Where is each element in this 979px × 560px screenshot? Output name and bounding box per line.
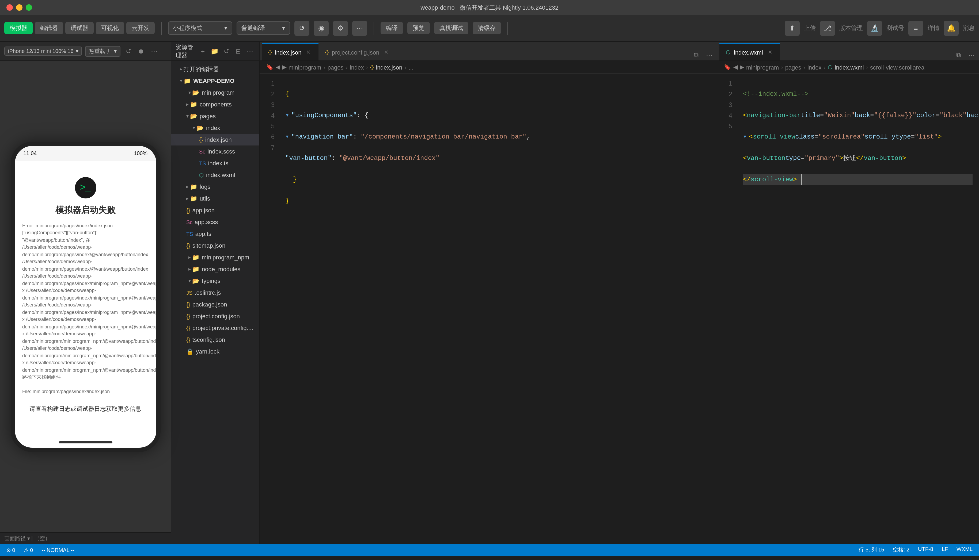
file-package-json[interactable]: {} package.json: [171, 298, 259, 310]
folder-components[interactable]: ▸ 📁 components: [171, 98, 259, 110]
file-app-scss[interactable]: Sc app.scss: [171, 216, 259, 228]
close-index-wxml[interactable]: ✕: [766, 48, 774, 56]
refresh-btn[interactable]: ↺: [294, 21, 309, 35]
file-project-private[interactable]: {} project.private.config....: [171, 322, 259, 334]
phone-status-bar: 11:04 100%: [15, 146, 156, 161]
phone-battery: 100%: [134, 150, 147, 156]
debugger-btn[interactable]: 调试器: [65, 22, 94, 34]
upload-btn[interactable]: ⬆: [785, 21, 800, 35]
file-index-scss[interactable]: Sc index.scss: [171, 145, 259, 157]
right-line-numbers: 1 2 3 4 5: [717, 74, 737, 544]
test-btn[interactable]: 🔬: [867, 21, 882, 35]
file-app-ts[interactable]: TS app.ts: [171, 228, 259, 240]
error-count: ⊗ 0: [7, 547, 15, 553]
separator-2: [374, 22, 374, 35]
folder-miniprogram-npm[interactable]: ▸ 📁 miniprogram_npm: [171, 252, 259, 263]
more-explorer-btn[interactable]: ⋯: [245, 46, 255, 56]
language: WXML: [957, 546, 972, 553]
left-code-content[interactable]: { ▾"usingComponents": { ▾ "navigation-ba…: [279, 74, 717, 544]
preview-btn[interactable]: 预览: [407, 22, 430, 34]
close-index-json[interactable]: ✕: [304, 48, 312, 56]
version-label: 版本管理: [839, 24, 863, 32]
explorer-header: 资源管理器 + 📁 ↺ ⊟ ⋯: [171, 42, 259, 61]
file-index-ts[interactable]: TS index.ts: [171, 157, 259, 169]
right-split-btn[interactable]: ⧉: [953, 50, 964, 60]
right-code-content[interactable]: <!--index.wxml--> <navigation-bar title=…: [737, 74, 979, 544]
right-editor-tabs: ⬡ index.wxml ✕ ⧉ ⋯: [717, 42, 979, 61]
refresh-explorer-btn[interactable]: ↺: [222, 46, 231, 56]
phone-error-body: Error: miniprogram/pages/index/index.jso…: [15, 222, 156, 395]
message-btn[interactable]: 🔔: [944, 21, 959, 35]
path-label: 画面路径 ▾ | （空）: [4, 535, 50, 542]
simulator-toolbar: iPhone 12/13 mini 100% 16 ▾ 热重载 开 ▾ ↺ ⏺ …: [0, 42, 171, 61]
device-dropdown[interactable]: iPhone 12/13 mini 100% 16 ▾: [4, 47, 82, 56]
real-machine-btn[interactable]: 真机调试: [434, 22, 468, 34]
file-index-wxml[interactable]: ⬡ index.wxml: [171, 169, 259, 181]
folder-pages[interactable]: ▾ 📂 pages: [171, 110, 259, 122]
version-btn[interactable]: ⎇: [820, 21, 835, 35]
file-tsconfig[interactable]: {} tsconfig.json: [171, 334, 259, 345]
status-bar: ⊗ 0 ⚠ 0 -- NORMAL -- 行 5, 列 15 空格: 2 UTF…: [0, 544, 979, 556]
sim-refresh-btn[interactable]: ↺: [124, 46, 133, 56]
new-folder-btn[interactable]: 📁: [210, 46, 219, 56]
detail-label: 详情: [927, 24, 939, 32]
folder-miniprogram[interactable]: ▾ 📂 miniprogram: [171, 87, 259, 98]
folder-index[interactable]: ▾ 📂 index: [171, 122, 259, 134]
tab-project-config[interactable]: {} project.config.json ✕: [319, 43, 396, 60]
compile-dropdown[interactable]: 普通编译 ▾: [237, 22, 290, 35]
file-app-json[interactable]: {} app.json: [171, 204, 259, 216]
file-index-json[interactable]: {} index.json: [171, 134, 259, 145]
file-project-config[interactable]: {} project.config.json: [171, 310, 259, 322]
folder-typings[interactable]: ▾ 📂 typings: [171, 275, 259, 287]
indent-spaces: 空格: 2: [893, 546, 909, 553]
phone-error-title: 模拟器启动失败: [15, 205, 156, 216]
more-btn[interactable]: ⋯: [352, 21, 367, 35]
file-yarn-lock[interactable]: 🔒 yarn.lock: [171, 345, 259, 357]
collapse-all-btn[interactable]: ⊟: [233, 46, 243, 56]
message-label: 消息: [963, 24, 975, 32]
settings-btn[interactable]: ⚙: [333, 21, 348, 35]
folder-utils[interactable]: ▸ 📁 utils: [171, 193, 259, 204]
simulator-btn[interactable]: 模拟器: [4, 22, 33, 34]
opened-editors-section[interactable]: ▸ 打开的编辑器: [171, 63, 259, 75]
main-layout: iPhone 12/13 mini 100% 16 ▾ 热重载 开 ▾ ↺ ⏺ …: [0, 42, 979, 544]
close-button[interactable]: [7, 4, 13, 11]
mini-mode-dropdown[interactable]: 小程序模式 ▾: [168, 22, 232, 35]
right-code-editor[interactable]: 1 2 3 4 5 <!--index.wxml--> <navigation-…: [717, 74, 979, 544]
preview-circle-btn[interactable]: ◉: [314, 21, 329, 35]
more-editor-btn[interactable]: ⋯: [704, 50, 715, 60]
bc-bookmark-icon: 🔖: [266, 63, 274, 71]
new-file-btn[interactable]: +: [198, 46, 208, 56]
right-more-btn[interactable]: ⋯: [966, 50, 977, 60]
clear-cache-btn[interactable]: 清缓存: [473, 22, 501, 34]
file-eslintrc[interactable]: JS .eslintrc.js: [171, 287, 259, 298]
sim-record-btn[interactable]: ⏺: [137, 46, 146, 56]
phone-terminal-icon: >_: [75, 177, 96, 198]
close-project-config[interactable]: ✕: [383, 48, 390, 56]
hotreload-dropdown[interactable]: 热重载 开 ▾: [85, 46, 121, 57]
left-line-numbers: 1 2 3 4 5 6 7: [260, 74, 279, 544]
visualize-btn[interactable]: 可视化: [96, 22, 124, 34]
maximize-button[interactable]: [26, 4, 32, 11]
explorer-actions: + 📁 ↺ ⊟ ⋯: [198, 46, 255, 56]
file-sitemap-json[interactable]: {} sitemap.json: [171, 240, 259, 252]
sim-more-btn[interactable]: ⋯: [149, 46, 159, 56]
right-breadcrumb: 🔖 ◀ ▶ miniprogram › pages › index › ⬡ in…: [717, 61, 979, 74]
editor-icons-right: ⧉ ⋯: [953, 50, 977, 60]
encoding: UTF-8: [918, 546, 933, 553]
phone-error-hint: 请查看构建日志或调试器日志获取更多信息: [15, 395, 156, 413]
folder-node-modules[interactable]: ▸ 📁 node_modules: [171, 263, 259, 275]
editor-btn[interactable]: 编辑器: [35, 22, 63, 34]
bc-bookmark-icon-right: 🔖: [724, 63, 731, 71]
tab-index-wxml[interactable]: ⬡ index.wxml ✕: [719, 43, 780, 60]
detail-btn[interactable]: ≡: [908, 21, 923, 35]
tab-index-json[interactable]: {} index.json ✕: [262, 43, 319, 60]
folder-logs[interactable]: ▸ 📁 logs: [171, 181, 259, 193]
minimize-button[interactable]: [16, 4, 22, 11]
split-editor-btn[interactable]: ⧉: [691, 50, 702, 60]
compile-btn[interactable]: 编译: [381, 22, 403, 34]
eol: LF: [942, 546, 948, 553]
cloud-btn[interactable]: 云开发: [126, 22, 155, 34]
left-code-editor[interactable]: 1 2 3 4 5 6 7 { ▾"usingComponents": { ▾ …: [260, 74, 717, 544]
project-root[interactable]: ▾ 📁 WEAPP-DEMO: [171, 75, 259, 87]
